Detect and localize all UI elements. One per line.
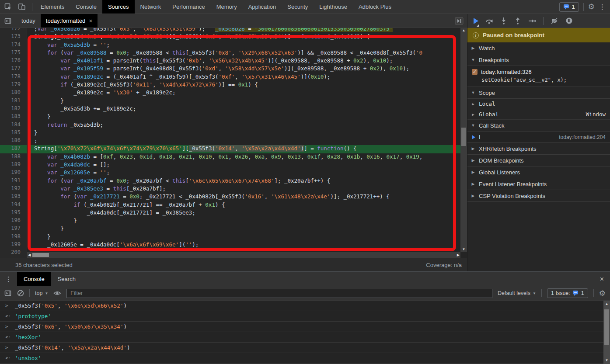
line-number[interactable]: 199 — [0, 241, 27, 249]
console-input-row[interactable]: >_0x55f3('0x14', '\x5a\x2a\x44\x4d') — [0, 343, 610, 353]
chevron-down-icon[interactable]: ▼ — [471, 90, 475, 95]
code-line[interactable]: _0x12605e = _0x4da0dc['\x6a\x6f\x69\x6e'… — [28, 241, 460, 249]
scrollbar-thumb[interactable] — [32, 253, 49, 257]
panel-tab-elements[interactable]: Elements — [35, 0, 70, 14]
code-line[interactable]: var _0x5a5d3b = ''; — [28, 42, 460, 49]
close-drawer-icon[interactable]: × — [600, 275, 610, 283]
issues-button[interactable]: 1 Issue: 1 — [547, 288, 588, 298]
scope-item-local[interactable]: ▶Local — [467, 99, 610, 109]
close-tab-icon[interactable]: × — [89, 17, 92, 24]
drawer-menu-icon[interactable]: ⋮ — [0, 276, 17, 282]
line-number[interactable]: 180 — [0, 89, 27, 97]
line-number[interactable]: 195 — [0, 209, 27, 217]
scroll-up-icon[interactable]: ▲ — [603, 302, 610, 307]
code-line[interactable]: } — [28, 129, 460, 137]
line-number[interactable]: 184 — [0, 121, 27, 129]
frame-location[interactable]: today:formatted:204 — [559, 134, 606, 140]
code-line[interactable]: String['\x70\x72\x6f\x74\x6f\x74\x79\x70… — [28, 145, 460, 153]
panel-tab-lighthouse[interactable]: Lighthouse — [314, 0, 353, 14]
call-stack-frame[interactable]: Itoday:formatted:204 — [467, 132, 610, 143]
line-number[interactable]: 185 — [0, 129, 27, 137]
chevron-right-icon[interactable]: ▶ — [471, 102, 475, 106]
line-number[interactable]: 196 — [0, 217, 27, 225]
sidebar-section-call-stack[interactable]: ▼Call Stack — [467, 120, 610, 132]
chevron-right-icon[interactable]: ▶ — [471, 170, 475, 174]
device-toolbar-icon[interactable] — [18, 3, 26, 10]
panel-tab-adblock-plus[interactable]: Adblock Plus — [353, 0, 397, 14]
line-number[interactable]: 186 — [0, 137, 27, 145]
chevron-right-icon[interactable]: ▶ — [471, 46, 475, 50]
editor-vertical-scrollbar[interactable]: ▲ ▼ — [460, 28, 467, 252]
console-result-row[interactable]: <·'hexXor' — [0, 332, 610, 343]
line-number[interactable]: 174 — [0, 42, 27, 49]
sidebar-section-xhr-fetch-breakpoints[interactable]: ▶XHR/fetch Breakpoints — [467, 143, 610, 155]
inspect-element-icon[interactable] — [4, 3, 12, 10]
sidebar-section-watch[interactable]: ▶Watch — [467, 42, 610, 54]
panel-tab-memory[interactable]: Memory — [211, 0, 243, 14]
sidebar-section-scope[interactable]: ▼Scope — [467, 87, 610, 99]
panel-tab-security[interactable]: Security — [282, 0, 314, 14]
scroll-down-icon[interactable]: ▼ — [460, 247, 467, 252]
settings-gear-icon[interactable]: ⚙ — [588, 3, 595, 10]
line-number[interactable]: 173 — [0, 33, 27, 41]
sidebar-section-event-listener-breakpoints[interactable]: ▶Event Listener Breakpoints — [467, 178, 610, 190]
code-line[interactable]: if (_0x4b082b[_0x217721] == _0x20a7bf + … — [28, 201, 460, 209]
scroll-left-icon[interactable]: ◀ — [28, 252, 31, 258]
step-out-button[interactable] — [514, 17, 521, 24]
line-number[interactable]: 178 — [0, 73, 27, 81]
code-line[interactable]: ;var _0x5e8b26 = _0x55f3('0x3', '\x6a\x5… — [28, 28, 460, 33]
console-result-row[interactable]: <·'unsbox' — [0, 353, 610, 364]
code-line[interactable]: for (var _0x217721 = 0x0; _0x217721 < _0… — [28, 193, 460, 201]
code-line[interactable]: } — [28, 97, 460, 105]
code-line[interactable]: } — [28, 225, 460, 233]
line-number[interactable]: 187 — [0, 145, 27, 153]
default-levels-dropdown[interactable]: Default levels ▼ — [498, 290, 536, 296]
code-line[interactable]: return _0x5a5d3b; — [28, 121, 460, 129]
scroll-up-icon[interactable]: ▲ — [460, 28, 467, 33]
resume-script-button[interactable] — [474, 18, 478, 24]
code-line[interactable]: var _0x189e2c = (_0x401af1 ^ _0x105f59)[… — [28, 73, 460, 81]
code-line[interactable]: _0x4da0dc[_0x217721] = _0x385ee3; — [28, 209, 460, 217]
console-input-row[interactable]: >_0x55f3('0x6', '\x50\x67\x35\x34') — [0, 322, 610, 332]
editor-horizontal-scrollbar[interactable]: ◀ ▶ — [27, 252, 460, 258]
panel-tab-application[interactable]: Application — [243, 0, 282, 14]
clear-console-button[interactable] — [17, 290, 24, 297]
breakpoint-checkbox[interactable]: ✓ — [472, 69, 478, 75]
drawer-tab-search[interactable]: Search — [51, 272, 82, 286]
scope-item-global[interactable]: ▶GlobalWindow — [467, 109, 610, 120]
sidebar-section-global-listeners[interactable]: ▶Global Listeners — [467, 166, 610, 178]
code-line[interactable]: } — [28, 113, 460, 121]
console-input-row[interactable]: >_0x55f3('0x5', '\x6e\x5d\x66\x52') — [0, 301, 610, 311]
line-number[interactable]: 175 — [0, 49, 27, 57]
javascript-context-selector[interactable]: top ▼ — [35, 290, 48, 296]
line-number[interactable]: 177 — [0, 65, 27, 73]
step-button[interactable] — [528, 17, 536, 24]
scroll-down-icon[interactable]: ▼ — [603, 358, 610, 363]
code-line[interactable]: } — [28, 217, 460, 225]
code-line[interactable]: } — [28, 233, 460, 241]
code-line[interactable]: var _0x105f59 = parseInt(_0x4e08d8[_0x55… — [28, 65, 460, 73]
line-number[interactable]: 181 — [0, 97, 27, 105]
scrollbar-thumb[interactable] — [604, 309, 609, 345]
drawer-tab-console[interactable]: Console — [17, 272, 51, 286]
code-line[interactable]: var _0x385ee3 = this[_0x20a7bf]; — [28, 185, 460, 193]
console-result-row[interactable]: <·'prototype' — [0, 311, 610, 322]
line-number[interactable]: 193 — [0, 193, 27, 201]
breakpoint-entry[interactable]: ✓today:formatted:326setCookie("acw_sc__v… — [467, 66, 610, 87]
line-number[interactable]: 197 — [0, 225, 27, 233]
show-console-sidebar-icon[interactable] — [4, 290, 12, 297]
focus-debuggee-icon[interactable] — [455, 17, 467, 25]
chevron-down-icon[interactable]: ▼ — [471, 58, 475, 62]
chevron-right-icon[interactable]: ▶ — [471, 158, 475, 163]
line-number[interactable]: 194 — [0, 201, 27, 209]
chevron-right-icon[interactable]: ▶ — [471, 146, 475, 151]
line-number[interactable]: 176 — [0, 57, 27, 65]
line-number[interactable]: 198 — [0, 233, 27, 241]
show-navigator-icon[interactable] — [0, 17, 16, 24]
scrollbar-thumb[interactable] — [461, 128, 466, 146]
console-scrollbar[interactable]: ▲ ▼ — [603, 301, 610, 364]
step-into-button[interactable] — [500, 17, 507, 24]
file-tab-today-formatted[interactable]: today:formatted× — [41, 14, 98, 28]
file-tab-today[interactable]: today — [16, 14, 41, 28]
line-number[interactable]: 172 — [0, 28, 27, 33]
